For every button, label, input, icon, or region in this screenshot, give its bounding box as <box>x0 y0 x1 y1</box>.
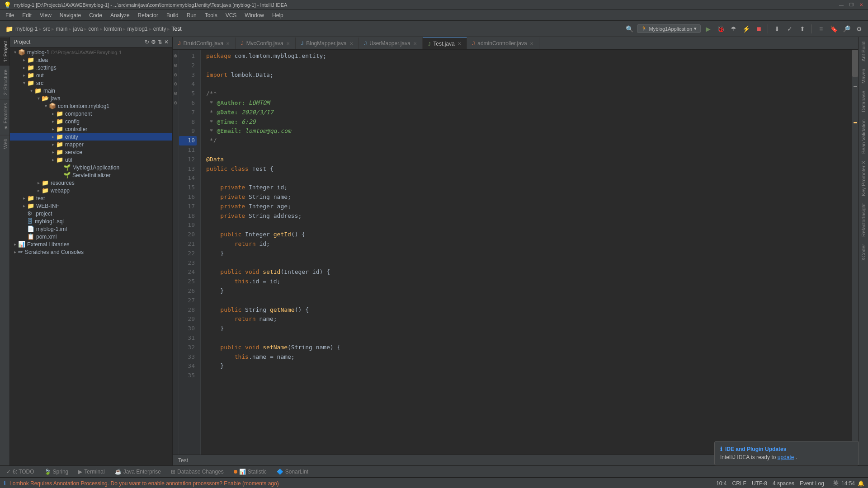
debug-button[interactable]: 🐞 <box>715 23 726 34</box>
git-update-button[interactable]: ⬇ <box>772 23 783 34</box>
menu-analyze[interactable]: Analyze <box>107 11 133 19</box>
bc-entity[interactable]: entity <box>153 26 166 32</box>
git-push-button[interactable]: ⬆ <box>797 23 808 34</box>
tree-myblog1-root[interactable]: ▾ 📦 myblog-1 D:\Projects\JAVAWEB\myblog-… <box>10 48 172 56</box>
menu-window[interactable]: Window <box>241 11 268 19</box>
tab-usermapper[interactable]: J UserMapper.java ✕ <box>359 38 423 49</box>
run-configuration[interactable]: 🏃 Myblog1Application ▾ <box>637 24 701 33</box>
close-admincontroller-tab[interactable]: ✕ <box>530 41 533 46</box>
expand-icon[interactable]: ⇅ <box>158 39 162 45</box>
bc-java[interactable]: java <box>73 26 83 32</box>
search-everywhere-icon[interactable]: 🔍 <box>624 23 635 34</box>
tree-service[interactable]: ▸ 📁 service <box>10 148 172 156</box>
close-blogmapper-tab[interactable]: ✕ <box>349 41 353 46</box>
maximize-button[interactable]: ❐ <box>848 2 854 8</box>
cursor-position[interactable]: 10:4 <box>716 480 726 487</box>
search-button[interactable]: 🔎 <box>841 23 852 34</box>
menu-navigate[interactable]: Navigate <box>56 11 85 19</box>
menu-run[interactable]: Run <box>183 11 200 19</box>
bean-validation-tab[interactable]: Bean Validation <box>859 117 868 156</box>
gear-icon[interactable]: ⚙ <box>151 39 156 45</box>
tree-idea[interactable]: ▸ 📁 .idea <box>10 56 172 64</box>
tree-ext-libs[interactable]: ▸ 📊 External Libraries <box>10 240 172 248</box>
tab-blogmapper[interactable]: J BlogMapper.java ✕ <box>296 38 359 49</box>
profiler-button[interactable]: ⚡ <box>741 23 751 34</box>
close-panel-icon[interactable]: ✕ <box>164 39 169 45</box>
tree-settings[interactable]: ▸ 📁 .settings <box>10 64 172 71</box>
menu-help[interactable]: Help <box>269 11 287 19</box>
open-file-tab[interactable]: Test <box>178 457 188 464</box>
settings-button[interactable]: ⚙ <box>854 23 864 34</box>
ant-build-tab[interactable]: Ant Build <box>859 39 868 64</box>
tree-controller[interactable]: ▸ 📁 controller <box>10 125 172 133</box>
close-test-tab[interactable]: ✕ <box>458 41 461 46</box>
tree-out[interactable]: ▸ 📁 out <box>10 71 172 79</box>
menu-vcs[interactable]: VCS <box>222 11 241 19</box>
tree-webapp[interactable]: ▸ 📁 webapp <box>10 187 172 194</box>
tree-scratches[interactable]: ▸ ✏ Scratches and Consoles <box>10 248 172 256</box>
statistic-tab[interactable]: 📊 Statistic <box>229 468 271 476</box>
bc-myblog[interactable]: myblog-1 <box>15 26 38 32</box>
menu-view[interactable]: View <box>36 11 55 19</box>
tree-test[interactable]: ▸ 📁 test <box>10 194 172 202</box>
menu-edit[interactable]: Edit <box>19 11 35 19</box>
todo-tab[interactable]: ✓ 6: TODO <box>2 468 39 476</box>
sync-icon[interactable]: ↻ <box>145 39 149 45</box>
bc-src[interactable]: src <box>43 26 50 32</box>
code-content[interactable]: package com.lomtom.myblog1.entity; impor… <box>201 50 852 455</box>
tree-mapper[interactable]: ▸ 📁 mapper <box>10 141 172 148</box>
tree-entity[interactable]: ▸ 📁 entity <box>10 133 172 141</box>
tree-package[interactable]: ▾ 📦 com.lomtom.myblog1 <box>10 102 172 110</box>
tree-sql[interactable]: ▸ 🗄 myblog1.sql <box>10 217 172 225</box>
bc-lomtom[interactable]: lomtom <box>104 26 122 32</box>
close-mvc-tab[interactable]: ✕ <box>286 41 290 46</box>
close-druid-tab[interactable]: ✕ <box>226 41 230 46</box>
tree-src[interactable]: ▾ 📁 src <box>10 79 172 87</box>
tree-resources[interactable]: ▸ 📁 resources <box>10 179 172 187</box>
tree-pom[interactable]: ▸ 📋 pom.xml <box>10 233 172 240</box>
tree-config[interactable]: ▸ 📁 config <box>10 117 172 125</box>
run-with-coverage-button[interactable]: ☂ <box>728 23 739 34</box>
maven-tab[interactable]: Maven <box>859 66 868 86</box>
bc-myblog1[interactable]: myblog1 <box>127 26 147 32</box>
tree-dot-project[interactable]: ▸ ⚙ .project <box>10 210 172 217</box>
refactor-insight-tab[interactable]: RefactorInsight <box>859 201 868 239</box>
tree-java[interactable]: ▾ 📂 java <box>10 94 172 102</box>
menu-code[interactable]: Code <box>85 11 106 19</box>
bc-test[interactable]: Test <box>171 26 181 32</box>
git-commit-button[interactable]: ✓ <box>784 23 795 34</box>
sidebar-tab-project[interactable]: 1: Project <box>0 37 9 66</box>
menu-build[interactable]: Build <box>163 11 182 19</box>
key-promoter-tab[interactable]: Key Promoter X <box>859 158 868 199</box>
menu-refactor[interactable]: Refactor <box>134 11 162 19</box>
update-link[interactable]: update <box>778 454 794 460</box>
tree-iml[interactable]: ▸ 📄 myblog-1.iml <box>10 225 172 233</box>
xcoder-tab[interactable]: XCoder <box>859 241 868 263</box>
tree-main[interactable]: ▾ 📁 main <box>10 87 172 94</box>
scroll-thumb[interactable] <box>852 50 858 77</box>
sidebar-tab-favorites[interactable]: ★ Favorites <box>0 99 9 134</box>
tree-web-inf[interactable]: ▸ 📁 WEB-INF <box>10 202 172 210</box>
tab-mvc[interactable]: J MvcConfig.java ✕ <box>236 38 296 49</box>
sonarlint-tab[interactable]: 🔷 SonarLint <box>272 468 313 476</box>
tree-myblog1app[interactable]: ▸ 🌱 Myblog1Application <box>10 164 172 171</box>
line-ending[interactable]: CRLF <box>732 480 746 487</box>
close-button[interactable]: ✕ <box>858 2 864 8</box>
java-enterprise-tab[interactable]: ☕ Java Enterprise <box>110 468 165 476</box>
minimize-button[interactable]: — <box>838 2 844 8</box>
tab-admincontroller[interactable]: J adminController.java ✕ <box>467 38 539 49</box>
menu-tools[interactable]: Tools <box>201 11 221 19</box>
bc-com[interactable]: com <box>88 26 99 32</box>
encoding[interactable]: UTF-8 <box>752 480 767 487</box>
scrollbar-right[interactable] <box>852 50 858 455</box>
close-usermapper-tab[interactable]: ✕ <box>413 41 417 46</box>
tab-test[interactable]: J Test.java ✕ <box>423 38 467 49</box>
database-tab[interactable]: Database <box>859 88 868 115</box>
sidebar-tab-web[interactable]: Web <box>0 135 9 152</box>
tree-servlet[interactable]: ▸ 🌱 ServletInitializer <box>10 171 172 179</box>
bookmark-button[interactable]: 🔖 <box>828 23 839 34</box>
lombok-warning[interactable]: Lombok Requires Annotation Processing. D… <box>9 480 279 487</box>
spring-tab[interactable]: 🍃 Spring <box>40 468 73 476</box>
sidebar-tab-structure[interactable]: 2: Structure <box>0 66 9 99</box>
tree-util[interactable]: ▸ 📁 util <box>10 156 172 164</box>
